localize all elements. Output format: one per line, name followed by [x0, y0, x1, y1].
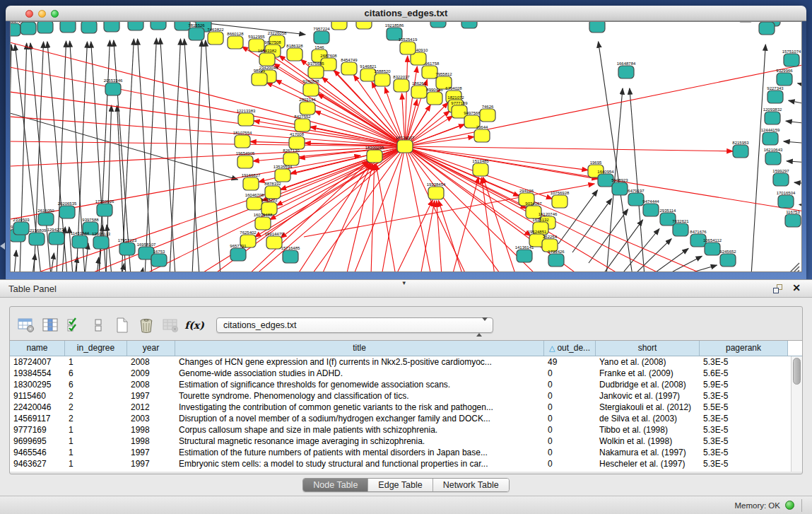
graph-node[interactable]: 12905113 — [92, 232, 111, 249]
graph-node[interactable]: 7957224 — [313, 27, 330, 44]
graph-node[interactable]: 55723 — [430, 21, 446, 28]
graph-node[interactable]: 17016504 — [777, 191, 796, 208]
graph-node[interactable]: 16039488 — [254, 213, 273, 230]
graph-node[interactable]: 2405572 — [10, 21, 21, 36]
graph-node[interactable]: 19531910 — [80, 21, 99, 33]
graph-node[interactable]: 7815526 — [188, 23, 205, 40]
collapse-left-panel-icon[interactable] — [0, 243, 5, 250]
column-header-in_degree[interactable]: in_degree — [65, 341, 127, 356]
cell-year[interactable]: 1997 — [127, 447, 175, 458]
graph-node[interactable]: 9466160 — [150, 21, 167, 30]
close-panel-icon[interactable]: ✕ — [792, 282, 801, 293]
graph-node[interactable]: 417008 — [289, 132, 305, 149]
graph-edge[interactable] — [799, 204, 802, 206]
citation-network-graph[interactable]: 2405572276914061953191010655287152766029… — [10, 21, 802, 272]
graph-node[interactable]: 18134104 — [588, 21, 607, 33]
cell-year[interactable]: 2012 — [127, 402, 175, 413]
graph-node[interactable]: 186261 — [411, 81, 427, 98]
graph-node[interactable]: 13535594 — [273, 165, 293, 182]
graph-node[interactable]: 8427552 — [294, 115, 311, 132]
graph-node[interactable]: 9242848 — [302, 79, 319, 96]
tab-network-table[interactable]: Network Table — [433, 479, 509, 491]
graph-node[interactable]: 15276602 — [126, 21, 146, 30]
graph-edge[interactable] — [405, 146, 733, 151]
graph-edge[interactable] — [405, 146, 431, 272]
cell-name[interactable]: 9465546 — [10, 447, 65, 458]
table-settings-button[interactable] — [14, 315, 38, 336]
graph-node[interactable]: 12444159 — [761, 128, 780, 145]
graph-edge[interactable] — [322, 163, 372, 272]
graph-node[interactable]: 12213383 — [237, 109, 256, 126]
cell-in_degree[interactable]: 1 — [65, 424, 127, 436]
graph-node[interactable]: 19654905 — [236, 151, 255, 168]
graph-node[interactable]: 19338454 — [427, 182, 446, 199]
graph-node[interactable]: 18300295 — [365, 146, 384, 163]
graph-node[interactable]: 16543382 — [258, 49, 277, 66]
graph-edge[interactable] — [796, 270, 799, 272]
graph-edge[interactable] — [322, 77, 405, 146]
graph-node[interactable]: 23644 — [474, 125, 490, 142]
network-canvas[interactable]: 2405572276914061953191010655287152766029… — [10, 21, 802, 272]
graph-edge[interactable] — [371, 164, 375, 272]
table-row[interactable]: 1872400712008Changes of HCN gene express… — [10, 356, 791, 368]
graph-edge[interactable] — [382, 146, 405, 272]
graph-node[interactable]: 7463822 — [207, 28, 224, 45]
graph-node[interactable]: 8322037 — [393, 75, 410, 92]
cell-in_degree[interactable]: 1 — [65, 436, 127, 447]
graph-node[interactable]: 16753 — [151, 250, 167, 267]
cell-name[interactable]: 9777169 — [10, 424, 65, 436]
graph-edge[interactable] — [665, 256, 702, 272]
graph-node[interactable]: 27691406 — [36, 21, 55, 33]
rows-button[interactable] — [86, 315, 110, 336]
column-header-name[interactable]: name — [10, 341, 65, 356]
cell-pagerank[interactable]: 5.3E-5 — [700, 424, 788, 436]
cell-title[interactable]: Corpus callosum shape and size in male p… — [175, 424, 544, 436]
column-header-pagerank[interactable]: pagerank — [700, 341, 788, 356]
cell-name[interactable]: 18724007 — [10, 356, 65, 368]
tab-node-table[interactable]: Node Table — [303, 479, 368, 491]
cell-name[interactable]: 22420046 — [10, 402, 65, 413]
cell-title[interactable]: Investigating the contribution of common… — [175, 402, 544, 413]
cell-out_de[interactable]: 0 — [544, 368, 596, 379]
cell-title[interactable]: Tourette syndrome. Phenomenology and cla… — [175, 390, 544, 402]
graph-edge[interactable] — [786, 121, 802, 124]
graph-node[interactable]: 15751074 — [782, 49, 801, 66]
cell-year[interactable]: 1997 — [127, 390, 175, 402]
cell-year[interactable]: 1998 — [127, 424, 175, 436]
graph-node[interactable]: 18107554 — [233, 131, 252, 148]
graph-node[interactable]: 18724007 — [396, 136, 415, 153]
graph-node[interactable]: 1733426 — [548, 250, 565, 267]
cell-pagerank[interactable]: 5.3E-5 — [700, 413, 788, 424]
graph-edge[interactable] — [784, 141, 802, 144]
cell-pagerank[interactable]: 5.6E-5 — [700, 368, 788, 379]
cell-pagerank[interactable]: 5.3E-5 — [700, 447, 788, 458]
column-header-short[interactable]: short — [596, 341, 700, 356]
cell-name[interactable]: 18300295 — [10, 379, 65, 390]
graph-node[interactable] — [461, 21, 477, 28]
graph-node[interactable]: 11451944 — [71, 231, 90, 248]
graph-node[interactable]: 8878332 — [264, 182, 281, 199]
table-row[interactable]: 946554611997Estimation of the future num… — [10, 447, 791, 458]
graph-node[interactable]: 19166827 — [242, 173, 261, 190]
cell-in_degree[interactable]: 2 — [65, 390, 127, 402]
network-window-titlebar[interactable]: citations_edges.txt — [6, 6, 806, 21]
cell-year[interactable]: 2008 — [127, 356, 175, 368]
graph-node[interactable]: 17359926 — [95, 199, 114, 216]
graph-node[interactable]: 1599297 — [772, 169, 789, 186]
graph-node[interactable]: 74626 — [480, 105, 495, 122]
cell-out_de[interactable]: 49 — [544, 356, 596, 368]
graph-node[interactable]: 16210643 — [764, 148, 783, 165]
graph-node[interactable]: 8267130 — [283, 148, 300, 165]
table-row[interactable]: 911546021997Tourette syndrome. Phenomeno… — [10, 390, 791, 402]
graph-node[interactable]: 5938923 — [611, 178, 628, 195]
cell-title[interactable]: Estimation of significance thresholds fo… — [175, 379, 544, 390]
function-builder-button[interactable]: f(x) — [182, 315, 206, 336]
cell-title[interactable]: Disruption of a novel member of a sodium… — [175, 413, 544, 424]
graph-edge[interactable] — [633, 239, 671, 272]
graph-edge[interactable] — [798, 83, 802, 86]
cell-year[interactable]: 2009 — [127, 368, 175, 379]
cell-out_de[interactable]: 0 — [544, 447, 596, 458]
cell-title[interactable]: Structural magnetic resonance image aver… — [175, 436, 544, 447]
graph-edge[interactable] — [630, 88, 645, 272]
graph-edge[interactable] — [751, 45, 765, 272]
